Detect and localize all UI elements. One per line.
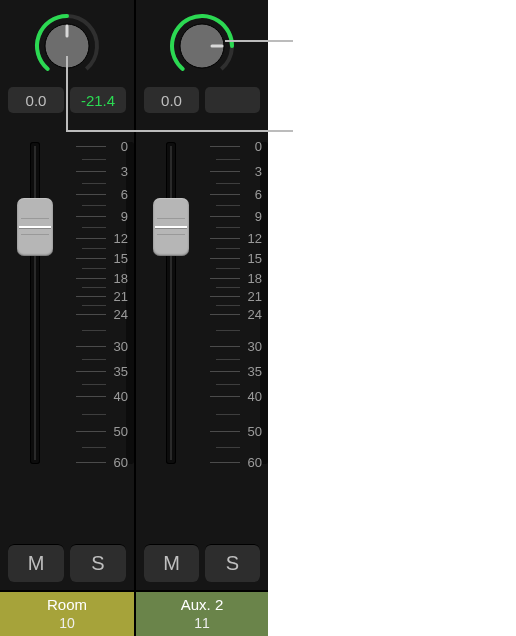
mute-solo-row: M S — [8, 544, 126, 582]
channel-label[interactable]: Aux. 2 11 — [136, 590, 268, 636]
solo-button[interactable]: S — [205, 544, 260, 582]
channel-number: 10 — [59, 615, 75, 631]
channel-name: Room — [47, 597, 87, 613]
mute-solo-row: M S — [144, 544, 260, 582]
pan-knob[interactable] — [162, 10, 242, 76]
fader-track[interactable] — [166, 142, 176, 464]
solo-button[interactable]: S — [70, 544, 126, 582]
channel-number: 11 — [194, 615, 210, 631]
channel-strip-1: 0.0 -21.4 036912151821243035405060 M S R… — [0, 0, 134, 636]
fader-cap[interactable] — [17, 198, 53, 256]
pan-value-field[interactable]: -21.4 — [70, 87, 126, 113]
value-row: 0.0 — [144, 87, 260, 113]
fader-area: 036912151821243035405060 — [0, 138, 134, 472]
channel-name: Aux. 2 — [181, 597, 224, 613]
channel-strip-2: 0.0 036912151821243035405060 M S Aux. 2 … — [134, 0, 268, 636]
db-value-field[interactable]: 0.0 — [8, 87, 64, 113]
mixer-panel: 0.0 -21.4 036912151821243035405060 M S R… — [0, 0, 268, 636]
mute-button[interactable]: M — [8, 544, 64, 582]
value-row: 0.0 -21.4 — [8, 87, 126, 113]
fader-cap[interactable] — [153, 198, 189, 256]
fader-area: 036912151821243035405060 — [136, 138, 268, 472]
pan-knob[interactable] — [27, 10, 107, 76]
fader-track[interactable] — [30, 142, 40, 464]
mute-button[interactable]: M — [144, 544, 199, 582]
db-value-field[interactable]: 0.0 — [144, 87, 199, 113]
pan-value-field[interactable] — [205, 87, 260, 113]
channel-label[interactable]: Room 10 — [0, 590, 134, 636]
